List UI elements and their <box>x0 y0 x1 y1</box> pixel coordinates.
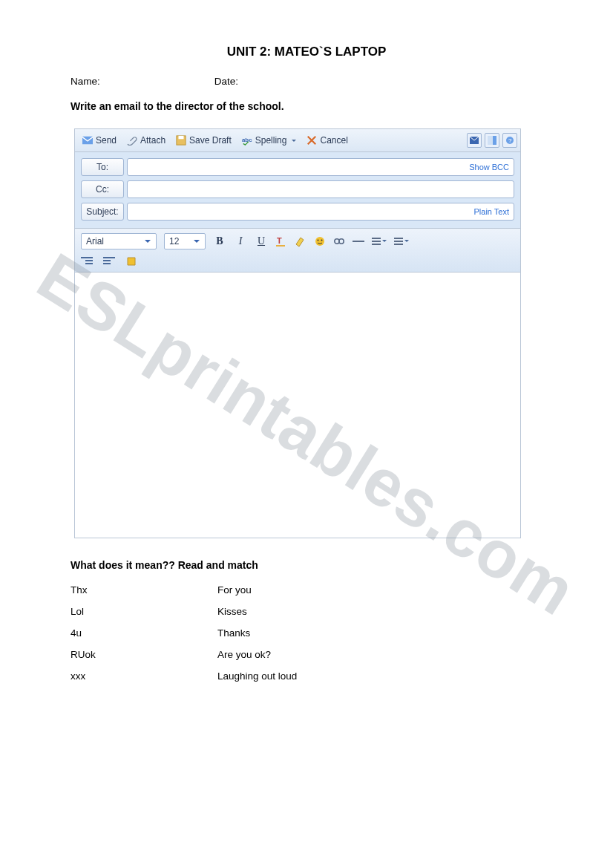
date-label: Date: <box>214 76 238 87</box>
composer-toolbar: Send Attach Save Draft abc Spelling Canc… <box>75 129 520 152</box>
font-family-select[interactable]: Arial <box>81 233 157 249</box>
show-bcc-link[interactable]: Show BCC <box>469 163 509 172</box>
insert-button[interactable] <box>125 255 137 267</box>
match-row: 4u Thanks <box>71 627 542 639</box>
save-draft-label: Save Draft <box>189 135 232 146</box>
cc-label-button[interactable]: Cc: <box>81 180 124 198</box>
spelling-button[interactable]: abc Spelling <box>237 134 301 147</box>
compose-body <box>75 273 520 538</box>
help-icon: ? <box>505 136 514 145</box>
svg-text:abc: abc <box>242 137 252 143</box>
cancel-icon <box>306 135 317 146</box>
font-size-select[interactable]: 12 <box>164 233 206 249</box>
cc-input[interactable] <box>128 181 522 198</box>
sidebar-icon-button[interactable] <box>485 133 499 148</box>
spellcheck-icon: abc <box>242 135 252 146</box>
link-button[interactable] <box>333 235 345 247</box>
emoji-button[interactable] <box>314 235 326 247</box>
subject-input[interactable] <box>128 203 522 220</box>
chevron-down-icon <box>142 236 153 247</box>
match-right: Laughing out loud <box>217 670 297 682</box>
header-fields: To: Show BCC Cc: Subject: Plain Text <box>75 152 520 228</box>
match-left: xxx <box>71 670 217 682</box>
email-composer: Send Attach Save Draft abc Spelling Canc… <box>74 128 521 538</box>
to-label-button[interactable]: To: <box>81 158 124 176</box>
section2-heading: What does it mean?? Read and match <box>71 559 542 571</box>
bold-button[interactable]: B <box>213 235 226 247</box>
mail-icon <box>470 137 479 144</box>
font-color-button[interactable]: T <box>275 235 287 247</box>
mail-icon-button[interactable] <box>467 133 482 148</box>
italic-button[interactable]: I <box>234 235 247 247</box>
message-body-input[interactable] <box>79 277 519 536</box>
svg-point-10 <box>315 237 324 246</box>
svg-rect-5 <box>493 136 496 145</box>
attach-button[interactable]: Attach <box>122 134 170 147</box>
match-row: Thx For you <box>71 584 542 595</box>
format-toolbar: Arial 12 B I U T <box>75 228 520 273</box>
panel-icon <box>488 136 496 145</box>
svg-point-11 <box>318 240 319 241</box>
send-icon <box>82 135 93 146</box>
save-draft-button[interactable]: Save Draft <box>171 134 236 147</box>
align-button[interactable] <box>372 238 387 245</box>
cancel-button[interactable]: Cancel <box>302 134 352 147</box>
font-size-value: 12 <box>169 236 179 247</box>
student-info-row: Name: Date: <box>71 76 542 87</box>
svg-rect-9 <box>276 245 285 247</box>
hr-button[interactable] <box>353 241 364 242</box>
save-icon <box>176 135 186 146</box>
match-left: Lol <box>71 606 217 617</box>
match-right: Are you ok? <box>217 649 271 660</box>
match-row: RUok Are you ok? <box>71 649 542 660</box>
indent-button[interactable] <box>103 257 115 266</box>
match-row: Lol Kisses <box>71 606 542 617</box>
toolbar-right-group: ? <box>467 133 517 148</box>
send-button[interactable]: Send <box>78 134 121 147</box>
svg-text:T: T <box>277 236 282 245</box>
paperclip-icon <box>127 135 137 146</box>
plain-text-link[interactable]: Plain Text <box>474 207 510 216</box>
outdent-button[interactable] <box>81 257 93 266</box>
underline-button[interactable]: U <box>255 235 268 247</box>
match-right: Thanks <box>217 627 250 639</box>
font-family-value: Arial <box>86 236 104 247</box>
match-right: Kisses <box>217 606 247 617</box>
svg-text:?: ? <box>508 137 512 144</box>
svg-point-12 <box>321 240 323 241</box>
instruction-text: Write an email to the director of the sc… <box>71 100 542 112</box>
send-label: Send <box>96 135 117 146</box>
attach-label: Attach <box>140 135 165 146</box>
name-label: Name: <box>71 76 212 87</box>
match-left: 4u <box>71 627 217 639</box>
highlight-button[interactable] <box>295 235 306 247</box>
spelling-label: Spelling <box>255 135 287 146</box>
match-left: Thx <box>71 584 217 595</box>
to-input[interactable] <box>128 159 522 175</box>
cancel-label: Cancel <box>320 135 347 146</box>
match-left: RUok <box>71 649 217 660</box>
list-button[interactable] <box>394 238 409 245</box>
subject-label-button[interactable]: Subject: <box>81 203 124 221</box>
page-title: UNIT 2: MATEO`S LAPTOP <box>71 45 542 59</box>
match-row: xxx Laughing out loud <box>71 670 542 682</box>
help-icon-button[interactable]: ? <box>502 133 517 148</box>
chevron-down-icon <box>191 236 202 247</box>
svg-rect-1 <box>179 136 184 139</box>
match-right: For you <box>217 584 252 595</box>
